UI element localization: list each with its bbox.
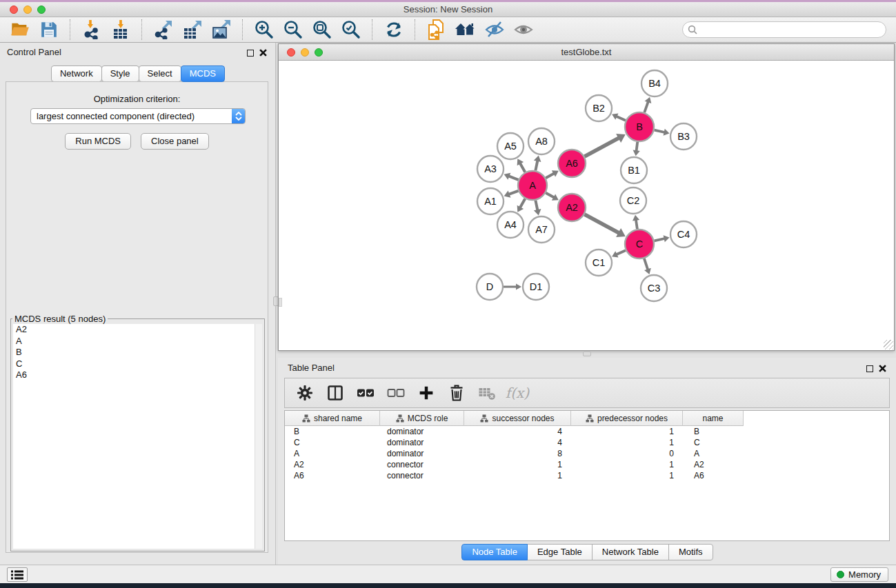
zoom-out-button[interactable]: [280, 19, 306, 41]
graph-edge-A-A7: [535, 201, 537, 211]
eye-icon: [514, 21, 533, 38]
duplicate-network-button[interactable]: [424, 19, 449, 41]
network-window: testGlobe.txt B4B2BB3A5A8A6A3AB1A1A2C2A4…: [278, 43, 895, 351]
table-row[interactable]: Bdominator41B: [285, 426, 889, 437]
close-table-panel-icon[interactable]: [879, 365, 886, 372]
delete-table-icon: [478, 385, 496, 401]
column-header-predecessor-nodes[interactable]: predecessor nodes: [571, 411, 683, 426]
refresh-icon: [384, 20, 404, 39]
network-canvas[interactable]: B4B2BB3A5A8A6A3AB1A1A2C2A4A7C4CC1C3DD1: [279, 61, 894, 350]
search-input[interactable]: [682, 21, 886, 38]
close-panel-icon[interactable]: [259, 49, 267, 57]
column-header-label: predecessor nodes: [597, 414, 668, 423]
close-window-button[interactable]: [10, 6, 18, 14]
minimize-window-button[interactable]: [23, 6, 32, 14]
task-history-button[interactable]: [7, 567, 28, 582]
horizontal-splitter-grip[interactable]: [583, 352, 591, 356]
window-title: Session: New Session: [0, 4, 896, 14]
network-minimize-button[interactable]: [301, 48, 309, 57]
tab-network-table[interactable]: Network Table: [592, 544, 669, 560]
mcds-result-item[interactable]: A6: [13, 369, 262, 381]
column-header-MCDS-role[interactable]: MCDS role: [380, 411, 464, 426]
hide-selected-button[interactable]: [481, 19, 507, 41]
tab-select[interactable]: Select: [139, 65, 181, 82]
close-panel-button[interactable]: Close panel: [141, 133, 209, 150]
table-cell: 8: [464, 449, 571, 458]
mcds-result-item[interactable]: A: [13, 336, 262, 347]
graph-edge-B-B3: [654, 130, 664, 132]
select-all-columns-button[interactable]: [354, 381, 377, 405]
graph-node-label: B: [636, 121, 643, 132]
zoom-window-button[interactable]: [37, 6, 46, 14]
graph-node-label: A4: [504, 219, 517, 230]
delete-column-button[interactable]: [445, 381, 468, 405]
table-cell: dominator: [380, 438, 464, 447]
export-network-button[interactable]: [150, 19, 176, 41]
zoom-in-button[interactable]: [251, 19, 277, 41]
column-header-name[interactable]: name: [683, 411, 744, 426]
column-header-label: MCDS role: [408, 414, 448, 423]
column-header-shared-name[interactable]: shared name: [285, 411, 380, 426]
result-scrollbar[interactable]: [255, 324, 262, 549]
import-network-button[interactable]: [79, 19, 104, 41]
table-cell: A2: [285, 460, 380, 469]
tab-node-table[interactable]: Node Table: [461, 544, 528, 560]
table-tabs: Node TableEdge TableNetwork TableMotifs: [278, 544, 896, 560]
column-header-successor-nodes[interactable]: successor nodes: [464, 411, 571, 426]
open-file-button[interactable]: [7, 19, 32, 41]
tab-style[interactable]: Style: [101, 65, 139, 82]
table-row[interactable]: A2connector11A2: [285, 459, 889, 470]
memory-button[interactable]: Memory: [830, 567, 888, 582]
memory-label: Memory: [848, 569, 881, 580]
mcds-result-item[interactable]: C: [13, 358, 262, 370]
graph-edge-C-C1: [616, 250, 626, 254]
import-table-button[interactable]: [108, 19, 133, 41]
zoom-out-icon: [283, 19, 303, 40]
apply-layout-button[interactable]: [381, 19, 406, 41]
trash-icon: [448, 384, 465, 402]
graph-edge-B-B4: [644, 101, 648, 112]
table-panel: Table Panel: [278, 358, 896, 565]
export-image-button[interactable]: [208, 19, 234, 41]
graph-arrowhead: [633, 215, 639, 221]
optimization-criterion-select[interactable]: largest connected component (directed): [30, 108, 246, 124]
float-panel-icon[interactable]: [247, 50, 254, 57]
unselect-all-columns-button[interactable]: [384, 381, 408, 405]
float-table-panel-icon[interactable]: [866, 365, 873, 372]
toolbar-separator: [141, 19, 142, 40]
graph-node-label: C2: [627, 195, 640, 206]
import-network-icon: [82, 20, 101, 39]
table-options-button[interactable]: [293, 381, 317, 405]
tab-motifs[interactable]: Motifs: [668, 544, 713, 560]
table-cell: A2: [683, 460, 744, 469]
graph-arrowhead: [664, 235, 670, 242]
graph-node-label: D: [486, 281, 493, 292]
tab-edge-table[interactable]: Edge Table: [527, 544, 593, 560]
memory-status-icon: [837, 571, 844, 578]
zoom-selected-button[interactable]: [338, 19, 364, 41]
network-close-button[interactable]: [287, 48, 295, 57]
mcds-tab-content: Optimization criterion: largest connecte…: [6, 81, 268, 553]
table-cell: 1: [571, 460, 683, 469]
table-row[interactable]: Adominator80A: [285, 448, 889, 459]
network-resize-grip[interactable]: [884, 340, 893, 349]
mcds-result-item[interactable]: A2: [13, 324, 262, 336]
show-columns-button[interactable]: [323, 381, 347, 405]
zoom-fit-button[interactable]: [309, 19, 335, 41]
create-column-button[interactable]: [415, 381, 438, 405]
tab-network[interactable]: Network: [51, 65, 102, 82]
mcds-result-item[interactable]: B: [13, 347, 262, 358]
show-all-button[interactable]: [510, 19, 536, 41]
tab-mcds[interactable]: MCDS: [181, 65, 225, 82]
network-zoom-button[interactable]: [315, 48, 323, 57]
table-cell: A6: [285, 471, 380, 480]
export-table-button[interactable]: [179, 19, 205, 41]
save-session-button[interactable]: [36, 19, 61, 41]
table-row[interactable]: A6connector11A6: [285, 470, 889, 481]
delete-table-button: [475, 381, 499, 405]
table-row[interactable]: Cdominator41C: [285, 437, 889, 448]
control-panel-tabs: NetworkStyleSelectMCDS: [0, 65, 275, 82]
run-mcds-button[interactable]: Run MCDS: [65, 133, 131, 150]
first-neighbors-button[interactable]: [452, 19, 478, 41]
graph-edge-C-C2: [636, 220, 637, 230]
